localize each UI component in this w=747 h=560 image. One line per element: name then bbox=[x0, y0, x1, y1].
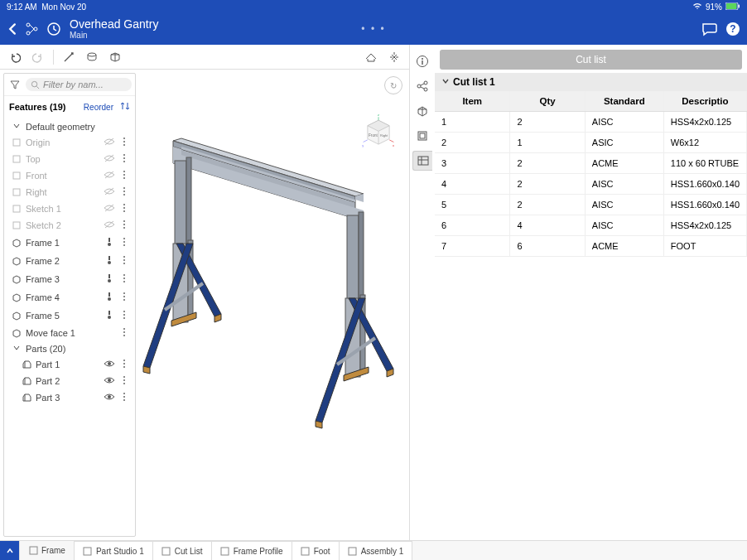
info-icon[interactable] bbox=[412, 51, 432, 71]
feature-row[interactable]: Top bbox=[6, 151, 133, 167]
feature-row[interactable]: Origin bbox=[6, 134, 133, 151]
history-icon[interactable] bbox=[46, 22, 61, 36]
back-icon[interactable] bbox=[7, 23, 18, 35]
menu-dots-icon[interactable]: • • • bbox=[361, 23, 385, 35]
feature-row[interactable]: Frame 3 bbox=[6, 270, 133, 288]
visibility-icon[interactable] bbox=[104, 291, 117, 304]
reorder-icon[interactable] bbox=[120, 100, 130, 113]
more-icon[interactable] bbox=[120, 170, 130, 181]
visibility-icon[interactable] bbox=[104, 153, 117, 165]
cutlist-button[interactable]: Cut list bbox=[440, 50, 742, 70]
visibility-icon[interactable] bbox=[104, 220, 117, 231]
column-header[interactable]: Qty bbox=[510, 91, 585, 112]
tab-menu-icon[interactable] bbox=[0, 541, 20, 560]
share-icon[interactable] bbox=[412, 76, 432, 96]
undo-icon[interactable] bbox=[5, 47, 25, 67]
search-input[interactable]: Filter by nam... bbox=[26, 78, 132, 91]
visibility-icon[interactable] bbox=[104, 137, 117, 148]
more-icon[interactable] bbox=[120, 392, 130, 403]
feature-row[interactable]: Sketch 2 bbox=[6, 217, 133, 234]
more-icon[interactable] bbox=[120, 237, 130, 249]
table-row[interactable]: 32ACME110 x 60 RTUBE bbox=[435, 153, 747, 174]
more-icon[interactable] bbox=[120, 292, 130, 303]
visibility-icon[interactable] bbox=[104, 309, 117, 322]
feature-row[interactable]: Right bbox=[6, 184, 133, 200]
cutlist-section-header[interactable]: Cut list 1 bbox=[435, 73, 747, 91]
more-icon[interactable] bbox=[120, 359, 130, 370]
more-icon[interactable] bbox=[120, 137, 130, 148]
visibility-icon[interactable] bbox=[104, 359, 117, 370]
workspace-tab[interactable]: Assembly 1 bbox=[340, 541, 413, 560]
visibility-icon[interactable] bbox=[104, 375, 117, 387]
doc-title[interactable]: Overhead Gantry bbox=[70, 18, 158, 31]
workspace-tab[interactable]: Part Studio 1 bbox=[75, 541, 153, 560]
table-row[interactable]: 21ASICW6x12 bbox=[435, 133, 747, 153]
svg-point-122 bbox=[424, 88, 427, 91]
svg-rect-1 bbox=[726, 3, 737, 9]
cutlist-tab-icon[interactable] bbox=[412, 151, 432, 171]
workspace-tab[interactable]: Cut List bbox=[153, 541, 212, 560]
more-icon[interactable] bbox=[120, 375, 130, 387]
more-icon[interactable] bbox=[120, 153, 130, 165]
table-row[interactable]: 76ACMEFOOT bbox=[435, 236, 747, 257]
workspace-tab[interactable]: Frame Profile bbox=[212, 541, 292, 560]
display-icon[interactable] bbox=[361, 47, 381, 67]
feature-row[interactable]: Sketch 1 bbox=[6, 200, 133, 217]
part-row[interactable]: Part 3 bbox=[6, 389, 133, 406]
feature-row[interactable]: Frame 4 bbox=[6, 288, 133, 307]
part-row[interactable]: Part 2 bbox=[6, 373, 133, 389]
more-icon[interactable] bbox=[120, 220, 130, 231]
svg-rect-131 bbox=[349, 548, 356, 555]
more-icon[interactable] bbox=[120, 203, 130, 215]
redo-icon[interactable] bbox=[28, 47, 48, 67]
table-row[interactable]: 12AISCHSS4x2x0.125 bbox=[435, 112, 747, 133]
reorder-link[interactable]: Reorder bbox=[84, 103, 113, 112]
tab-icon bbox=[348, 546, 358, 556]
default-geometry-group[interactable]: Default geometry bbox=[6, 119, 133, 134]
workspace-tab[interactable]: Foot bbox=[292, 541, 340, 560]
visibility-icon[interactable] bbox=[104, 203, 117, 215]
feature-row[interactable]: Move face 1 bbox=[6, 325, 133, 341]
visibility-icon[interactable] bbox=[104, 392, 117, 403]
visibility-icon[interactable] bbox=[104, 273, 117, 286]
config-icon[interactable] bbox=[412, 126, 432, 146]
part-row[interactable]: Part 1 bbox=[6, 356, 133, 373]
more-icon[interactable] bbox=[120, 273, 130, 285]
table-row[interactable]: 52AISCHSS1.660x0.140 bbox=[435, 195, 747, 215]
more-icon[interactable] bbox=[120, 255, 130, 267]
visibility-icon[interactable] bbox=[104, 170, 117, 181]
column-header[interactable]: Item bbox=[435, 91, 510, 112]
part-icon bbox=[21, 375, 32, 387]
feature-row[interactable]: Frame 1 bbox=[6, 234, 133, 252]
cube-icon[interactable] bbox=[105, 47, 125, 67]
measure-icon[interactable] bbox=[384, 47, 404, 67]
more-icon[interactable] bbox=[120, 186, 130, 198]
visibility-icon[interactable] bbox=[104, 254, 117, 268]
column-header[interactable]: Descriptio bbox=[663, 91, 746, 112]
svg-point-10 bbox=[31, 81, 36, 86]
visibility-icon[interactable] bbox=[104, 186, 117, 198]
workspace-tab[interactable]: Frame bbox=[20, 541, 75, 560]
help-icon[interactable]: ? bbox=[725, 22, 740, 36]
3d-viewport[interactable]: ↻ z Front Right x y bbox=[136, 70, 409, 540]
features-header[interactable]: Features (19) Reorder bbox=[4, 96, 135, 118]
more-icon[interactable] bbox=[120, 327, 130, 339]
wifi-icon bbox=[692, 2, 702, 12]
visibility-icon[interactable] bbox=[104, 236, 117, 249]
parts-group[interactable]: Parts (20) bbox=[6, 341, 133, 356]
feature-label: Move face 1 bbox=[26, 328, 100, 338]
column-header[interactable]: Standard bbox=[585, 91, 663, 112]
comments-icon[interactable] bbox=[701, 21, 717, 37]
table-row[interactable]: 64AISCHSS4x2x0.125 bbox=[435, 215, 747, 236]
extrude-icon[interactable] bbox=[82, 47, 102, 67]
feature-row[interactable]: Frame 5 bbox=[6, 307, 133, 325]
filter-icon[interactable] bbox=[7, 77, 22, 92]
feature-row[interactable]: Front bbox=[6, 167, 133, 184]
feature-label: Frame 1 bbox=[26, 238, 100, 248]
branch-icon[interactable] bbox=[25, 22, 40, 36]
more-icon[interactable] bbox=[120, 310, 130, 321]
table-row[interactable]: 42AISCHSS1.660x0.140 bbox=[435, 174, 747, 195]
insert-icon[interactable] bbox=[412, 101, 432, 121]
sketch-icon[interactable] bbox=[59, 47, 79, 67]
feature-row[interactable]: Frame 2 bbox=[6, 252, 133, 270]
